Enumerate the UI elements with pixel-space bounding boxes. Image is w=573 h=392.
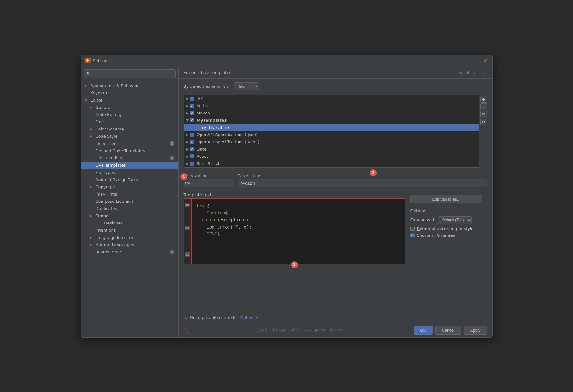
group-arrow: ▶ [186,111,189,115]
sidebar-item-live-templates[interactable]: Live Templates [81,162,178,169]
left-edit: Template text: 3 ▤ ▤ ▤ [184,192,405,310]
checkbox-trycatch[interactable]: ✓ [194,125,198,130]
app-icon: ⚙ [85,58,91,63]
sidebar-item-inlay-hints[interactable]: Inlay Hints [81,190,178,198]
group-arrow: ▶ [186,97,189,100]
copy-button[interactable]: ⧉ [480,111,487,118]
cancel-button[interactable]: Cancel [435,326,461,335]
group-arrow: ▼ [186,119,189,122]
add-button[interactable]: + [480,96,487,103]
code-line-3: } catch (Exception e) { [197,217,400,224]
template-group-mytemplates[interactable]: ▼ ✓ MyTemplates [184,117,479,124]
sidebar-item-code-style[interactable]: ▶ Code Style [81,133,178,140]
sidebar-item-color-scheme[interactable]: ▶ Color Scheme [81,125,178,133]
apply-button[interactable]: Apply [464,326,487,335]
description-input[interactable] [238,179,487,187]
expand-with-select[interactable]: Default (Tab) [438,216,472,224]
define-link[interactable]: Define [240,315,254,320]
expand-area: By default expand with Tab ▶ ✓ JSP [179,79,492,168]
sidebar-item-emmet[interactable]: ▶ Emmet [81,212,178,219]
code-line-1: try { [197,203,400,210]
sidebar-item-editor[interactable]: ▼ Editor [81,97,178,104]
panel-inner: By default expand with Tab ▶ ✓ JSP [179,79,492,323]
template-group-qute[interactable]: ▶ ✓ Qute [184,146,479,153]
sidebar-item-appearance[interactable]: ▶ Appearance & Behavior [81,82,178,89]
sidebar-item-duplicates[interactable]: Duplicates [81,205,178,212]
sidebar-item-label: File and Code Templates [96,148,145,153]
sidebar-item-compose-live-edit[interactable]: Compose Live Edit [81,198,178,205]
shorten-checkbox[interactable]: ✓ [410,233,415,237]
gutter-btn-1[interactable]: ▤ [185,203,190,207]
sidebar-item-label: Duplicates [96,206,117,211]
item-label: try (try-catch) [201,125,229,130]
sidebar-item-android-design[interactable]: Android Design Tools [81,176,178,183]
template-group-openapi-yaml[interactable]: ▶ ✓ OpenAPI Specifications (.yaml) [184,138,479,146]
panel-header: Editor › Live Templates Reset ← → [179,67,492,79]
template-item-trycatch[interactable]: ✓ try (try-catch) [184,124,479,131]
template-group-maven[interactable]: ▶ ✓ Maven [184,109,479,117]
sidebar-item-copyright[interactable]: ▶ Copyright [81,183,178,190]
template-group-jsp[interactable]: ▶ ✓ JSP [184,95,479,102]
checkbox-openapi-yaml[interactable]: ✓ [190,140,194,144]
sidebar-item-keymap[interactable]: Keymap [81,89,178,97]
badge-1: 1 [180,173,187,180]
group-label: Qute [196,147,207,152]
sidebar-item-label: Live Templates [96,163,126,168]
sidebar-item-label: Compose Live Edit [96,199,134,204]
ok-button[interactable]: OK [414,326,433,335]
breadcrumb-parent: Editor [184,70,196,75]
checkbox-openapi-json[interactable]: ✓ [190,133,194,137]
sidebar-item-label: File Encodings [96,156,125,160]
checkbox-mytemplates[interactable]: ✓ [190,118,194,122]
options-title: Options [410,208,482,213]
sidebar-item-file-types[interactable]: File Types [81,169,178,176]
search-box[interactable]: 🔍 [84,69,176,78]
edit-variables-button[interactable]: Edit Variables... [410,195,482,203]
sidebar-item-reader-mode[interactable]: Reader Mode ▤ [81,248,178,256]
checkbox-react[interactable]: ✓ [190,154,194,158]
checkbox-kotlin[interactable]: ✓ [190,104,194,108]
expand-arrow: ▶ [90,135,94,138]
sidebar-item-file-code-templates[interactable]: File and Code Templates [81,147,178,154]
reformat-checkbox[interactable] [410,227,415,231]
abbreviation-input[interactable] [184,179,234,187]
checkbox-jsp[interactable]: ✓ [190,97,194,101]
template-group-openapi-json[interactable]: ▶ ✓ OpenAPI Specifications (.json) [184,131,479,138]
checkbox-maven[interactable]: ✓ [190,111,194,115]
sidebar-item-label: Language Injections [96,235,137,240]
abbr-desc-area: 1 2 Abbreviation: Description: [179,168,492,192]
help-button[interactable]: ? [184,327,190,334]
close-button[interactable]: ✕ [482,58,488,64]
reset-button[interactable]: Reset [458,70,470,75]
sidebar-item-label: Intentions [96,228,116,233]
sidebar-item-code-editing[interactable]: Code Editing [81,111,178,118]
sidebar-item-file-encodings[interactable]: File Encodings ▤ [81,154,178,162]
template-group-kotlin[interactable]: ▶ ✓ Kotlin [184,102,479,109]
sidebar-item-label: Keymap [91,91,107,95]
expand-arrow: ▶ [85,84,89,87]
sidebar-item-gui-designer[interactable]: GUI Designer [81,219,178,227]
nav-back-button[interactable]: ← [472,70,478,75]
sidebar-item-natural-languages[interactable]: ▶ Natural Languages [81,241,178,248]
sidebar-item-font[interactable]: Font [81,118,178,125]
sidebar-item-general[interactable]: ▶ General [81,104,178,111]
sidebar-item-language-injections[interactable]: ▶ Language Injections [81,234,178,241]
template-group-shell-script[interactable]: ▶ ✓ Shell Script [184,160,479,167]
abbreviation-label: Abbreviation: [184,174,234,178]
restore-button[interactable]: ↺ [480,119,487,125]
group-arrow: ▶ [186,140,189,144]
checkbox-qute[interactable]: ✓ [190,147,194,151]
code-line-5: $END$ [197,231,400,238]
checkbox-shell-script[interactable]: ✓ [190,162,194,166]
sidebar-item-intentions[interactable]: Intentions [81,227,178,234]
template-text-label: Template text: [184,192,405,197]
template-group-react[interactable]: ▶ ✓ React [184,153,479,160]
chevron-down-icon: ▾ [256,316,258,320]
sidebar-item-inspections[interactable]: Inspections ▤ [81,140,178,147]
gutter-btn-3[interactable]: ▤ [185,252,190,257]
gutter-btn-2[interactable]: ▤ [185,226,190,230]
nav-forward-button[interactable]: → [481,70,487,75]
expand-select[interactable]: Tab [234,82,259,90]
code-editor[interactable]: try { $action$ } catch [191,198,405,264]
remove-button[interactable]: − [480,103,487,110]
